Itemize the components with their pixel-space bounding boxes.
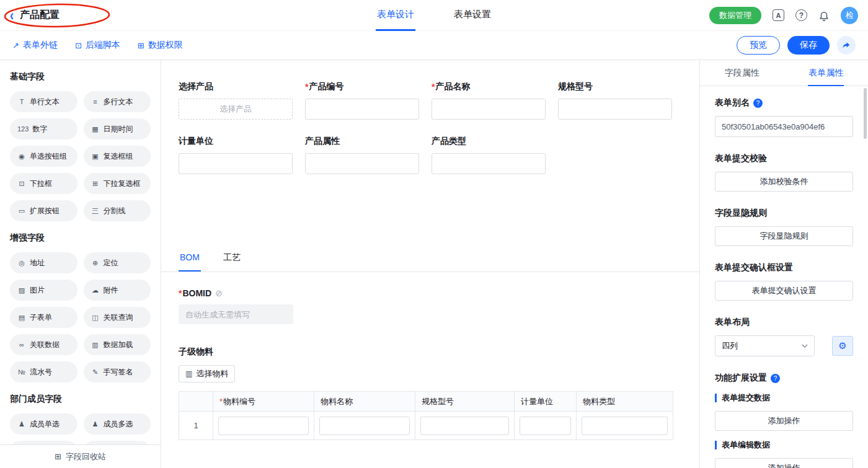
eye-off-icon[interactable]: ⊘ [215,288,223,298]
field-item-signature[interactable]: ✎ 手写签名 [84,361,151,382]
help-icon[interactable]: ? [753,99,763,108]
material-name-input[interactable] [319,417,410,435]
field-item-related-query[interactable]: ◫ 关联查询 [84,307,151,328]
field-item-attachment[interactable]: ☁ 附件 [84,280,151,301]
select-material-button[interactable]: ▥ 选择物料 [179,365,235,382]
header-actions: 数据管理 A ? 检 [709,0,858,30]
add-validation-button[interactable]: 添加校验条件 [715,172,853,192]
required-asterisk: * [219,397,223,406]
field-item-divider[interactable]: 三 分割线 [84,200,151,221]
field-item-extend-button[interactable]: ▭ 扩展按钮 [10,200,78,221]
product-code-input[interactable] [305,99,419,120]
field-item-image[interactable]: ▨ 图片 [10,280,78,301]
field-product-code[interactable]: * 产品编号 [305,81,419,120]
field-item-multi-line-text[interactable]: ≡ 多行文本 [84,91,151,112]
form-layout-section: 表单布局 四列 ⚙ [715,317,853,356]
tab-field-properties[interactable]: 字段属性 [700,60,784,86]
field-item-location[interactable]: ⊕ 定位 [84,252,151,273]
field-recycle-bin[interactable]: ⊞ 字段回收站 [0,444,161,468]
member-single-icon: ♟ [17,420,26,428]
dropdown-multi-icon: ⊞ [91,180,100,188]
field-item-serial-number[interactable]: № 流水号 [10,361,78,382]
field-item-datetime[interactable]: ▦ 日期时间 [84,118,151,139]
field-item-label: 日期时间 [104,124,133,135]
field-item-subform[interactable]: ▤ 子表单 [10,307,78,328]
field-item-data-load[interactable]: ▥ 数据加载 [84,334,151,355]
form-alias-input[interactable] [715,116,853,137]
product-attr-input[interactable] [305,153,419,174]
toolbar: ↗ 表单外链 ⊡ 后端脚本 ⊞ 数据权限 预览 保存 [0,31,868,60]
data-permission-link[interactable]: ⊞ 数据权限 [138,40,183,51]
field-item-checkbox-group[interactable]: ▣ 复选框组 [84,146,151,167]
bomid-input[interactable] [179,304,293,324]
submit-data-add-button[interactable]: 添加操作 [715,411,853,431]
field-palette: 基础字段 T 单行文本 ≡ 多行文本 123 数字 ▦ 日期时间 [0,60,161,468]
spec-model-input[interactable] [558,99,672,120]
confirm-dialog-button[interactable]: 表单提交确认设置 [715,281,853,301]
tab-form-properties[interactable]: 表单属性 [784,60,868,86]
child-material-title: 子级物料 [179,347,213,358]
child-material-section: 子级物料 ▥ 选择物料 *物料编号 [179,347,682,440]
tab-form-design[interactable]: 表单设计 [376,0,415,31]
location-icon: ⊕ [91,259,100,267]
layout-select[interactable]: 四列 [715,335,815,356]
field-item-label: 单行文本 [30,97,60,107]
field-product-attr[interactable]: 产品属性 [305,136,419,174]
field-item-radio-group[interactable]: ◉ 单选按钮组 [10,146,78,167]
material-code-input[interactable] [218,417,309,435]
material-spec-input[interactable] [420,417,509,435]
field-spec-model[interactable]: 规格型号 [558,81,672,120]
form-alias-label: 表单别名 [715,97,750,108]
field-item-select[interactable]: ⊡ 下拉框 [10,173,78,194]
data-manage-button[interactable]: 数据管理 [709,7,761,24]
share-button[interactable] [837,36,856,55]
scrollbar-thumb[interactable] [864,88,867,139]
avatar[interactable]: 检 [841,7,858,24]
field-item-related-data[interactable]: ∞ 关联数据 [10,334,78,355]
field-item-number[interactable]: 123 数字 [10,118,78,139]
form-alias-section: 表单别名 ? [715,97,853,137]
properties-body: 表单别名 ? 表单提交校验 添加校验条件 字段显隐规则 字段显隐规则 [700,86,868,468]
tab-process[interactable]: 工艺 [222,247,242,272]
material-type-input[interactable] [582,417,668,435]
field-item-label: 成员多选 [104,419,133,430]
field-item-member-single[interactable]: ♟ 成员单选 [10,413,78,435]
field-unit[interactable]: 计量单位 [179,136,293,174]
field-item-address[interactable]: ◎ 地址 [10,252,78,273]
tab-form-settings[interactable]: 表单设置 [453,0,492,31]
tab-bom[interactable]: BOM [179,247,201,272]
attachment-icon: ☁ [91,286,100,294]
form-external-link[interactable]: ↗ 表单外链 [12,40,58,51]
calendar-icon: ▦ [91,125,100,133]
field-item-multi-select[interactable]: ⊞ 下拉复选框 [84,173,151,194]
help-icon[interactable]: ? [795,9,807,21]
field-label: 计量单位 [179,136,213,147]
row-number-cell: 1 [179,412,213,440]
field-item-member-multi[interactable]: ♟ 成员多选 [84,413,151,435]
field-item-single-line-text[interactable]: T 单行文本 [10,91,78,112]
backend-script-link[interactable]: ⊡ 后端脚本 [75,40,120,51]
bell-icon[interactable] [818,10,830,21]
layout-gear-button[interactable]: ⚙ [832,336,853,356]
save-button[interactable]: 保存 [787,36,830,55]
material-unit-input[interactable] [520,417,571,435]
image-icon: ▨ [17,286,26,294]
select-material-label: 选择物料 [196,368,228,379]
product-type-input[interactable] [432,153,546,174]
select-product-picker[interactable]: 选择产品 [179,99,293,120]
help-icon[interactable]: ? [771,374,780,383]
field-product-name[interactable]: * 产品名称 [432,81,546,120]
recycle-bin-label: 字段回收站 [66,451,106,462]
edit-data-add-button[interactable]: 添加操作 [715,458,853,468]
field-select-product[interactable]: 选择产品 选择产品 [179,81,293,120]
back-icon[interactable]: ‹ [10,8,14,22]
preview-button[interactable]: 预览 [737,36,780,55]
field-label: 产品名称 [435,81,470,92]
field-bomid[interactable]: * BOMID ⊘ [179,288,682,324]
field-product-type[interactable]: 产品类型 [432,136,546,174]
product-name-input[interactable] [432,99,546,120]
visibility-rules-button[interactable]: 字段显隐规则 [715,226,853,246]
field-item-label: 关联查询 [104,312,133,323]
unit-input[interactable] [179,153,293,174]
language-icon[interactable]: A [773,9,784,21]
